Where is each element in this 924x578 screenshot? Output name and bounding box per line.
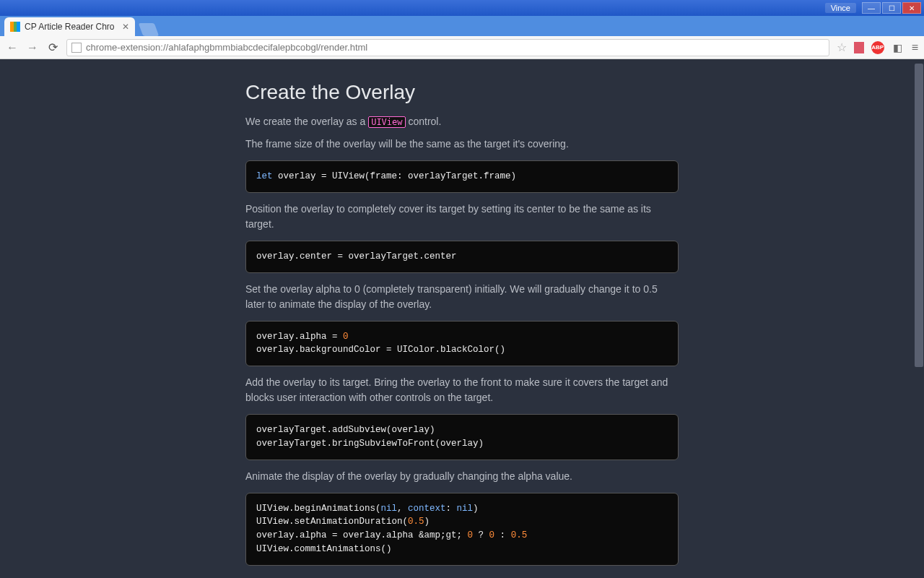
browser-toolbar: ← → ⟳ chrome-extension://ahlafaphgbmmbia… bbox=[0, 36, 924, 59]
code-block[interactable]: UIView.beginAnimations(nil, context: nil… bbox=[245, 493, 679, 566]
scrollbar-thumb[interactable] bbox=[915, 64, 923, 367]
extension-toggle-icon[interactable]: ◧ bbox=[892, 41, 905, 54]
inline-code-uiview: UIView bbox=[368, 116, 405, 128]
bookmark-star-icon[interactable]: ☆ bbox=[837, 40, 847, 54]
tab-title: CP Article Reader Chro bbox=[25, 22, 115, 32]
paragraph: Animate the display of the overlay by gr… bbox=[245, 469, 679, 484]
code-block[interactable]: overlay.alpha = 0 overlay.backgroundColo… bbox=[245, 321, 679, 367]
paragraph: Set the overlay alpha to 0 (completely t… bbox=[245, 282, 679, 312]
page-info-icon[interactable] bbox=[71, 43, 82, 53]
window-close-button[interactable]: ✕ bbox=[902, 2, 921, 14]
paragraph: We create the overlay as a UIView contro… bbox=[245, 114, 679, 129]
window-user-badge: Vince bbox=[825, 3, 856, 13]
code-block[interactable]: let overlay = UIView(frame: overlayTarge… bbox=[245, 160, 679, 193]
paragraph: Add the overlay to its target. Bring the… bbox=[245, 375, 679, 405]
new-tab-button[interactable] bbox=[138, 23, 159, 36]
tab-favicon-icon bbox=[10, 22, 20, 32]
abp-extension-icon[interactable]: ABP bbox=[871, 41, 884, 54]
reload-button[interactable]: ⟳ bbox=[46, 40, 59, 54]
back-button[interactable]: ← bbox=[6, 41, 19, 54]
url-text: chrome-extension://ahlafaphgbmmbiabcdeci… bbox=[86, 42, 367, 53]
page-content: Create the Overlay We create the overlay… bbox=[0, 59, 924, 578]
extension-icon[interactable] bbox=[854, 42, 864, 53]
browser-tab-active[interactable]: CP Article Reader Chro ✕ bbox=[4, 17, 135, 36]
forward-button[interactable]: → bbox=[26, 41, 39, 54]
browser-tabstrip: CP Article Reader Chro ✕ bbox=[0, 16, 924, 36]
paragraph: Position the overlay to completely cover… bbox=[245, 202, 679, 232]
heading-create-overlay: Create the Overlay bbox=[245, 81, 679, 104]
tab-close-icon[interactable]: ✕ bbox=[122, 22, 129, 32]
code-block[interactable]: overlayTarget.addSubview(overlay) overla… bbox=[245, 414, 679, 460]
window-titlebar: Vince — ☐ ✕ bbox=[0, 0, 924, 16]
window-minimize-button[interactable]: — bbox=[862, 2, 881, 14]
address-bar[interactable]: chrome-extension://ahlafaphgbmmbiabcdeci… bbox=[66, 39, 829, 56]
chrome-menu-icon[interactable]: ≡ bbox=[912, 41, 918, 54]
article-body: Create the Overlay We create the overlay… bbox=[245, 59, 679, 578]
window-maximize-button[interactable]: ☐ bbox=[882, 2, 901, 14]
page-vertical-scrollbar[interactable] bbox=[914, 59, 924, 578]
paragraph: The frame size of the overlay will be th… bbox=[245, 137, 679, 152]
code-block[interactable]: overlay.center = overlayTarget.center bbox=[245, 241, 679, 273]
